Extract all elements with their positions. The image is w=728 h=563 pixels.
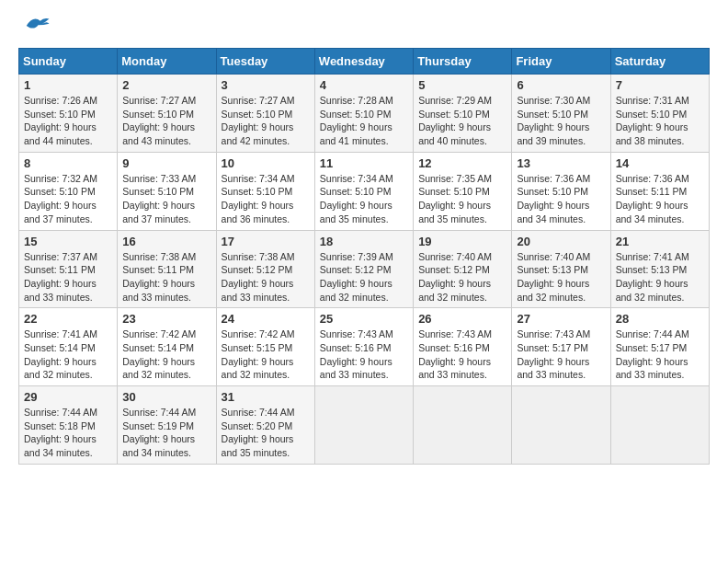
day-info: Sunrise: 7:42 AMSunset: 5:15 PMDaylight:… <box>222 327 310 382</box>
calendar-cell: 10Sunrise: 7:34 AMSunset: 5:10 PMDayligh… <box>216 152 314 230</box>
day-info: Sunrise: 7:34 AMSunset: 5:10 PMDaylight:… <box>320 172 408 226</box>
day-number: 16 <box>122 235 210 248</box>
weekday-header-sunday: Sunday <box>19 49 118 75</box>
calendar-cell <box>610 386 709 465</box>
calendar-cell: 7Sunrise: 7:31 AMSunset: 5:10 PMDaylight… <box>610 75 709 153</box>
calendar-cell: 26Sunrise: 7:43 AMSunset: 5:16 PMDayligh… <box>414 308 512 386</box>
day-number: 11 <box>320 156 408 170</box>
day-info: Sunrise: 7:44 AMSunset: 5:19 PMDaylight:… <box>122 406 210 460</box>
calendar-cell: 8Sunrise: 7:32 AMSunset: 5:10 PMDaylight… <box>19 152 118 230</box>
day-number: 3 <box>222 78 310 92</box>
weekday-header-thursday: Thursday <box>414 49 512 75</box>
day-number: 18 <box>320 235 408 248</box>
calendar-header-row: SundayMondayTuesdayWednesdayThursdayFrid… <box>19 49 710 75</box>
day-info: Sunrise: 7:36 AMSunset: 5:10 PMDaylight:… <box>517 172 605 226</box>
day-number: 29 <box>24 390 112 404</box>
day-number: 6 <box>517 78 605 92</box>
day-info: Sunrise: 7:27 AMSunset: 5:10 PMDaylight:… <box>122 94 210 148</box>
day-number: 9 <box>122 156 210 170</box>
day-info: Sunrise: 7:38 AMSunset: 5:12 PMDaylight:… <box>222 250 310 304</box>
day-number: 4 <box>320 78 408 92</box>
calendar-cell: 27Sunrise: 7:43 AMSunset: 5:17 PMDayligh… <box>512 308 610 386</box>
logo-bird-icon <box>23 15 51 33</box>
calendar-cell: 21Sunrise: 7:41 AMSunset: 5:13 PMDayligh… <box>610 230 709 308</box>
day-number: 14 <box>616 156 704 170</box>
calendar-week-5: 29Sunrise: 7:44 AMSunset: 5:18 PMDayligh… <box>19 386 710 465</box>
calendar-cell: 23Sunrise: 7:42 AMSunset: 5:14 PMDayligh… <box>118 308 216 386</box>
day-info: Sunrise: 7:29 AMSunset: 5:10 PMDaylight:… <box>418 94 506 148</box>
calendar-week-4: 22Sunrise: 7:41 AMSunset: 5:14 PMDayligh… <box>19 308 710 386</box>
calendar-cell: 20Sunrise: 7:40 AMSunset: 5:13 PMDayligh… <box>512 230 610 308</box>
day-number: 25 <box>320 312 408 326</box>
day-info: Sunrise: 7:28 AMSunset: 5:10 PMDaylight:… <box>320 94 408 148</box>
day-number: 5 <box>418 78 506 92</box>
logo <box>18 18 51 39</box>
day-info: Sunrise: 7:42 AMSunset: 5:14 PMDaylight:… <box>122 327 210 382</box>
weekday-header-friday: Friday <box>512 49 610 75</box>
day-info: Sunrise: 7:27 AMSunset: 5:10 PMDaylight:… <box>222 94 310 148</box>
calendar-cell: 14Sunrise: 7:36 AMSunset: 5:11 PMDayligh… <box>610 152 709 230</box>
calendar-table: SundayMondayTuesdayWednesdayThursdayFrid… <box>18 48 710 465</box>
day-number: 31 <box>222 390 310 404</box>
calendar-week-3: 15Sunrise: 7:37 AMSunset: 5:11 PMDayligh… <box>19 230 710 308</box>
day-info: Sunrise: 7:37 AMSunset: 5:11 PMDaylight:… <box>24 250 112 304</box>
calendar-cell: 25Sunrise: 7:43 AMSunset: 5:16 PMDayligh… <box>314 308 413 386</box>
calendar-cell: 24Sunrise: 7:42 AMSunset: 5:15 PMDayligh… <box>216 308 314 386</box>
day-info: Sunrise: 7:35 AMSunset: 5:10 PMDaylight:… <box>418 172 506 226</box>
page-header <box>18 18 710 39</box>
weekday-header-tuesday: Tuesday <box>216 49 314 75</box>
day-number: 1 <box>24 78 112 92</box>
day-info: Sunrise: 7:40 AMSunset: 5:13 PMDaylight:… <box>517 250 605 304</box>
calendar-cell: 31Sunrise: 7:44 AMSunset: 5:20 PMDayligh… <box>216 386 314 465</box>
calendar-cell: 13Sunrise: 7:36 AMSunset: 5:10 PMDayligh… <box>512 152 610 230</box>
day-number: 22 <box>24 312 112 326</box>
calendar-week-2: 8Sunrise: 7:32 AMSunset: 5:10 PMDaylight… <box>19 152 710 230</box>
day-number: 7 <box>616 78 704 92</box>
day-number: 10 <box>222 156 310 170</box>
day-info: Sunrise: 7:44 AMSunset: 5:18 PMDaylight:… <box>24 406 112 460</box>
day-info: Sunrise: 7:31 AMSunset: 5:10 PMDaylight:… <box>616 94 704 148</box>
calendar-cell: 5Sunrise: 7:29 AMSunset: 5:10 PMDaylight… <box>414 75 512 153</box>
day-number: 23 <box>122 312 210 326</box>
calendar-cell: 28Sunrise: 7:44 AMSunset: 5:17 PMDayligh… <box>610 308 709 386</box>
calendar-cell: 17Sunrise: 7:38 AMSunset: 5:12 PMDayligh… <box>216 230 314 308</box>
calendar-week-1: 1Sunrise: 7:26 AMSunset: 5:10 PMDaylight… <box>19 75 710 153</box>
day-info: Sunrise: 7:43 AMSunset: 5:17 PMDaylight:… <box>517 327 605 382</box>
calendar-cell <box>314 386 413 465</box>
day-info: Sunrise: 7:43 AMSunset: 5:16 PMDaylight:… <box>418 327 506 382</box>
day-info: Sunrise: 7:39 AMSunset: 5:12 PMDaylight:… <box>320 250 408 304</box>
day-number: 30 <box>122 390 210 404</box>
day-info: Sunrise: 7:26 AMSunset: 5:10 PMDaylight:… <box>24 94 112 148</box>
day-number: 19 <box>418 235 506 248</box>
day-number: 8 <box>24 156 112 170</box>
calendar-cell: 29Sunrise: 7:44 AMSunset: 5:18 PMDayligh… <box>19 386 118 465</box>
calendar-cell: 22Sunrise: 7:41 AMSunset: 5:14 PMDayligh… <box>19 308 118 386</box>
weekday-header-monday: Monday <box>118 49 216 75</box>
day-number: 21 <box>616 235 704 248</box>
calendar-cell: 4Sunrise: 7:28 AMSunset: 5:10 PMDaylight… <box>314 75 413 153</box>
day-number: 20 <box>517 235 605 248</box>
calendar-cell: 9Sunrise: 7:33 AMSunset: 5:10 PMDaylight… <box>118 152 216 230</box>
day-info: Sunrise: 7:41 AMSunset: 5:13 PMDaylight:… <box>616 250 704 304</box>
day-number: 28 <box>616 312 704 326</box>
day-info: Sunrise: 7:32 AMSunset: 5:10 PMDaylight:… <box>24 172 112 226</box>
day-info: Sunrise: 7:38 AMSunset: 5:11 PMDaylight:… <box>122 250 210 304</box>
calendar-cell: 11Sunrise: 7:34 AMSunset: 5:10 PMDayligh… <box>314 152 413 230</box>
day-info: Sunrise: 7:36 AMSunset: 5:11 PMDaylight:… <box>616 172 704 226</box>
calendar-cell: 30Sunrise: 7:44 AMSunset: 5:19 PMDayligh… <box>118 386 216 465</box>
day-info: Sunrise: 7:44 AMSunset: 5:20 PMDaylight:… <box>222 406 310 460</box>
calendar-cell: 2Sunrise: 7:27 AMSunset: 5:10 PMDaylight… <box>118 75 216 153</box>
day-info: Sunrise: 7:33 AMSunset: 5:10 PMDaylight:… <box>122 172 210 226</box>
day-number: 24 <box>222 312 310 326</box>
calendar-cell: 6Sunrise: 7:30 AMSunset: 5:10 PMDaylight… <box>512 75 610 153</box>
weekday-header-wednesday: Wednesday <box>314 49 413 75</box>
day-info: Sunrise: 7:41 AMSunset: 5:14 PMDaylight:… <box>24 327 112 382</box>
calendar-cell: 1Sunrise: 7:26 AMSunset: 5:10 PMDaylight… <box>19 75 118 153</box>
day-info: Sunrise: 7:40 AMSunset: 5:12 PMDaylight:… <box>418 250 506 304</box>
day-info: Sunrise: 7:43 AMSunset: 5:16 PMDaylight:… <box>320 327 408 382</box>
day-info: Sunrise: 7:30 AMSunset: 5:10 PMDaylight:… <box>517 94 605 148</box>
calendar-cell: 12Sunrise: 7:35 AMSunset: 5:10 PMDayligh… <box>414 152 512 230</box>
day-number: 2 <box>122 78 210 92</box>
calendar-cell <box>414 386 512 465</box>
calendar-cell <box>512 386 610 465</box>
